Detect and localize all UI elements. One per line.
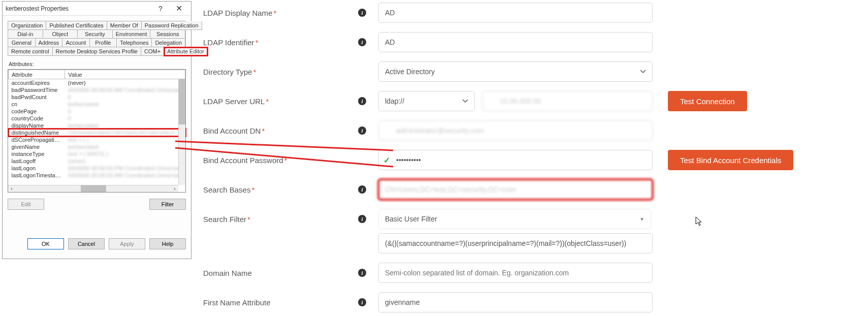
bind-dn-input[interactable] [378, 120, 653, 141]
tab-environment[interactable]: Environment [113, 30, 151, 39]
attr-name: codePage [9, 108, 65, 115]
label-directory-type: Directory Type* [203, 68, 358, 76]
table-row[interactable]: cnkerberostest [9, 101, 185, 108]
properties-dialog: kerberostest Properties ? ✕ Organization… [2, 1, 191, 259]
attr-name: badPwdCount [9, 93, 65, 101]
tab-dial-in[interactable]: Dial-in [8, 30, 43, 39]
ldap-identifier-input[interactable] [378, 32, 653, 52]
table-row[interactable]: instanceType0x4 = ( WRITE ) [9, 150, 185, 157]
attributes-label: Attributes: [9, 61, 186, 67]
tab-telephones[interactable]: Telephones [117, 39, 152, 47]
tab-remote-control[interactable]: Remote control [8, 47, 53, 56]
attribute-table[interactable]: Attribute Value accountExpires(never)bad… [8, 70, 185, 179]
tab-object[interactable]: Object [43, 30, 78, 39]
attr-name: accountExpires [9, 79, 65, 87]
horizontal-scrollbar[interactable]: ‹ › [8, 185, 178, 192]
tab-remote-desktop-services-profile[interactable]: Remote Desktop Services Profile [53, 47, 141, 56]
scroll-left-arrow-icon[interactable]: ‹ [8, 185, 15, 192]
tab-organization[interactable]: Organization [8, 21, 46, 30]
test-bind-credentials-button[interactable]: Test Bind Account Credentials [668, 150, 793, 170]
label-bind-dn: Bind Account DN* [203, 127, 358, 135]
edit-button[interactable]: Edit [8, 199, 44, 210]
tab-general[interactable]: General [8, 39, 36, 47]
scroll-right-arrow-icon[interactable]: › [171, 185, 178, 192]
table-row[interactable]: givenNamekerberostest [9, 143, 185, 150]
attr-value: 0/0/0000 00:00:00 AM Coordinated Univers… [65, 86, 185, 93]
search-bases-input[interactable] [378, 179, 653, 200]
info-icon[interactable]: i [358, 269, 366, 277]
bind-password-input[interactable] [378, 150, 653, 170]
horizontal-scroll-thumb[interactable] [81, 185, 106, 192]
chevron-down-icon: ▼ [639, 216, 645, 222]
ok-button[interactable]: OK [27, 238, 64, 249]
tab-published-certificates[interactable]: Published Certificates [46, 21, 107, 30]
vertical-scrollbar[interactable] [178, 79, 185, 185]
info-icon[interactable]: i [358, 9, 366, 17]
table-row[interactable]: lastLogon0/0/0000 00:00:00 PM Coordinate… [9, 165, 185, 172]
tab-delegation[interactable]: Delegation [152, 39, 185, 47]
info-icon[interactable]: i [358, 215, 366, 223]
table-row[interactable]: distinguishedNameCN=kerberostest,CN=User… [9, 129, 185, 136]
attr-name: cn [9, 101, 65, 108]
table-row[interactable]: codePage0 [9, 108, 185, 115]
attr-value: 0/0/0000 00:00:00 AM Coordinated Univers… [65, 172, 185, 179]
table-row[interactable]: badPasswordTime0/0/0000 00:00:00 AM Coor… [9, 86, 185, 93]
attr-name: badPasswordTime [9, 86, 65, 93]
titlebar: kerberostest Properties ? ✕ [3, 2, 191, 16]
attr-value: kerberostest [65, 143, 185, 150]
tab-security[interactable]: Security [78, 30, 113, 39]
label-first-name-attr: First Name Attribute [203, 298, 358, 307]
tab-attribute-editor[interactable]: Attribute Editor [164, 47, 208, 56]
col-attribute[interactable]: Attribute [9, 70, 65, 79]
label-search-bases: Search Bases* [203, 185, 358, 194]
attr-value: kerberostest [65, 122, 185, 129]
first-name-attr-input[interactable] [378, 292, 653, 312]
tab-member-of[interactable]: Member Of [107, 21, 142, 30]
vertical-scroll-thumb[interactable] [179, 79, 185, 124]
attr-value: 0 [65, 115, 185, 122]
apply-button[interactable]: Apply [109, 238, 145, 249]
tab-com+[interactable]: COM+ [141, 47, 164, 56]
table-row[interactable]: displayNamekerberostest [9, 122, 185, 129]
close-titlebar-button[interactable]: ✕ [170, 4, 188, 14]
help-button[interactable]: Help [149, 238, 186, 249]
table-row[interactable]: countryCode0 [9, 115, 185, 122]
info-icon[interactable]: i [358, 185, 366, 194]
tab-address[interactable]: Address [36, 39, 63, 47]
search-filter-expr-input[interactable] [378, 233, 653, 254]
search-filter-value: Basic User Filter [385, 215, 437, 223]
tab-profile[interactable]: Profile [90, 39, 117, 47]
attr-name: instanceType [9, 150, 65, 157]
table-row[interactable]: badPwdCount0 [9, 93, 185, 101]
attr-value: (never) [65, 157, 185, 165]
info-icon[interactable]: i [358, 38, 366, 46]
table-row[interactable]: dSCorePropagationD...0x0 = ( ) [9, 136, 185, 143]
search-filter-select[interactable]: Basic User Filter ▼ [378, 209, 651, 229]
dialog-title: kerberostest Properties [6, 5, 151, 12]
attr-value: 0/0/0000 00:00:00 PM Coordinated Univers… [65, 165, 185, 172]
label-domain-name: Domain Name [203, 269, 358, 277]
ldap-display-name-input[interactable] [378, 3, 653, 23]
cancel-button[interactable]: Cancel [68, 238, 105, 249]
help-titlebar-button[interactable]: ? [151, 4, 170, 14]
label-search-filter: Search Filter* [203, 215, 358, 224]
table-row[interactable]: lastLogoff(never) [9, 157, 185, 165]
table-row[interactable]: lastLogonTimestamp0/0/0000 00:00:00 AM C… [9, 172, 185, 179]
label-ldap-server-url: LDAP Server URL* [203, 97, 358, 106]
tab-sessions[interactable]: Sessions [150, 30, 185, 39]
attr-name: lastLogon [9, 165, 65, 172]
tab-account[interactable]: Account [62, 39, 90, 47]
info-icon[interactable]: i [358, 298, 366, 306]
ldap-host-input[interactable] [482, 91, 653, 111]
test-connection-button[interactable]: Test Connection [668, 91, 747, 111]
directory-type-select[interactable]: Active Directory [378, 61, 653, 82]
info-icon[interactable]: i [358, 97, 366, 105]
col-value[interactable]: Value [65, 70, 185, 79]
table-row[interactable]: accountExpires(never) [9, 79, 185, 87]
tab-password-replication[interactable]: Password Replication [142, 21, 202, 30]
domain-name-input[interactable] [378, 263, 653, 283]
ldap-scheme-select[interactable]: ldap:// [378, 91, 475, 111]
filter-button[interactable]: Filter [149, 199, 186, 210]
label-ldap-display-name: LDAP Display Name* [203, 9, 358, 17]
info-icon[interactable]: i [358, 127, 366, 135]
